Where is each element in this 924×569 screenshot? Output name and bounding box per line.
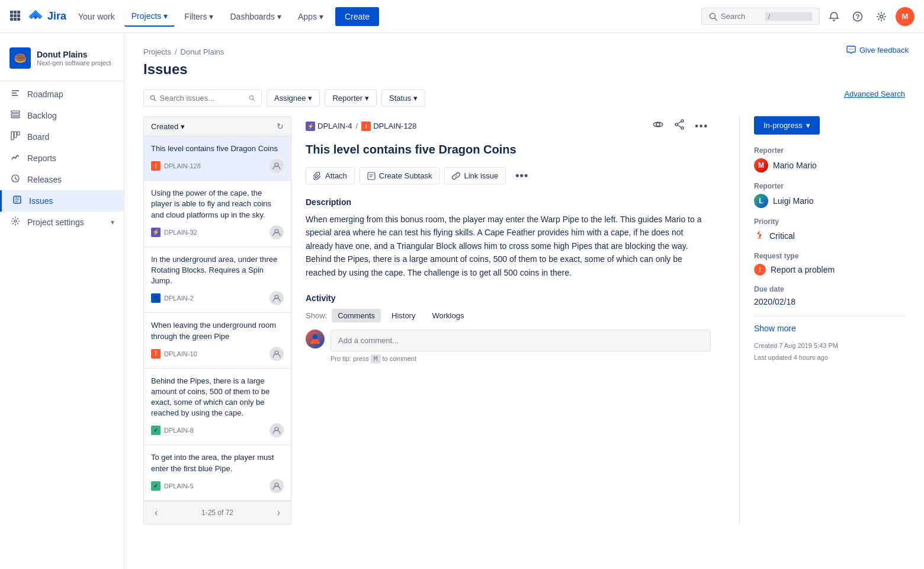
svg-point-25 bbox=[14, 220, 17, 222]
assignee-avatar bbox=[270, 225, 284, 239]
sidebar-item-label: Issues bbox=[29, 196, 53, 206]
grid-icon[interactable] bbox=[9, 10, 20, 23]
issue-type-icon: ✓ bbox=[151, 426, 161, 435]
chevron-down-icon: ▾ bbox=[319, 12, 323, 21]
issue-meta: ⚡ DPLAIN-32 bbox=[151, 225, 284, 239]
nav-your-work[interactable]: Your work bbox=[71, 7, 122, 26]
settings-button[interactable] bbox=[872, 7, 891, 26]
prev-page-button[interactable]: ‹ bbox=[151, 506, 161, 519]
sidebar-item-label: Releases bbox=[27, 175, 62, 184]
create-button[interactable]: Create bbox=[335, 7, 379, 26]
reporter1-value: M Mario Mario bbox=[754, 158, 905, 172]
issue-item[interactable]: When leaving the underground room throug… bbox=[144, 313, 291, 368]
breadcrumb-project-link[interactable]: Donut Plains bbox=[181, 47, 224, 56]
search-issues-box[interactable] bbox=[143, 89, 262, 107]
issue-type-icon: ⚡ bbox=[151, 228, 161, 237]
svg-line-29 bbox=[253, 99, 255, 101]
request-type-value: ! Report a problem bbox=[754, 264, 905, 276]
sidebar-item-reports[interactable]: Reports bbox=[0, 148, 124, 169]
comments-tab[interactable]: Comments bbox=[332, 309, 381, 322]
chevron-down-icon: ▾ bbox=[163, 11, 168, 21]
nav-filters[interactable]: Filters ▾ bbox=[177, 7, 220, 26]
search-submit-icon[interactable] bbox=[249, 94, 255, 102]
next-page-button[interactable]: › bbox=[274, 506, 284, 519]
nav-projects[interactable]: Projects ▾ bbox=[124, 7, 175, 27]
nav-dashboards[interactable]: Dashboards ▾ bbox=[223, 7, 288, 26]
share-button[interactable] bbox=[671, 116, 688, 136]
issue-item[interactable]: Using the power of the cape, the player … bbox=[144, 181, 291, 247]
sidebar-item-board[interactable]: Board bbox=[0, 126, 124, 148]
current-issue-link[interactable]: ! DPLAIN-128 bbox=[361, 122, 416, 131]
search-issues-input[interactable] bbox=[160, 94, 246, 103]
due-date-value: 2020/02/18 bbox=[754, 297, 905, 306]
search-box[interactable]: Search / bbox=[701, 8, 820, 25]
issue-item[interactable]: Behind the Pipes, there is a large amoun… bbox=[144, 369, 291, 446]
svg-rect-5 bbox=[17, 14, 20, 17]
status-filter[interactable]: Status ▾ bbox=[381, 89, 425, 107]
right-sidebar: In-progress ▾ Reporter M Mario Mario Rep… bbox=[739, 116, 905, 525]
watch-button[interactable] bbox=[650, 116, 666, 136]
chevron-down-icon: ▾ bbox=[806, 121, 810, 130]
link-issue-button[interactable]: Link issue bbox=[444, 167, 506, 184]
show-more-link[interactable]: Show more bbox=[754, 324, 796, 333]
project-header: 🍩 Donut Plains Next-gen software project bbox=[0, 43, 124, 78]
advanced-search-link[interactable]: Advanced Search bbox=[844, 89, 905, 98]
sidebar-item-roadmap[interactable]: Roadmap bbox=[0, 84, 124, 105]
svg-point-26 bbox=[150, 95, 155, 100]
project-name: Donut Plains bbox=[37, 50, 111, 59]
project-sub: Next-gen software project bbox=[37, 59, 111, 66]
parent-issue-link[interactable]: ⚡ DPLAIN-4 bbox=[306, 122, 352, 131]
description-section: Description When emerging from this bonu… bbox=[306, 197, 711, 279]
chevron-down-icon: ▾ bbox=[277, 12, 281, 21]
sidebar-item-label: Reports bbox=[27, 154, 56, 163]
sidebar-item-releases[interactable]: Releases bbox=[0, 169, 124, 190]
sidebar-item-project-settings[interactable]: Project settings ▾ bbox=[0, 212, 124, 233]
project-icon: 🍩 bbox=[9, 47, 31, 69]
issue-item[interactable]: In the underground area, under three Rot… bbox=[144, 247, 291, 314]
reporter-filter[interactable]: Reporter ▾ bbox=[325, 89, 377, 107]
svg-line-41 bbox=[678, 122, 681, 124]
reporter2-value: L Luigi Mario bbox=[754, 194, 905, 208]
roadmap-icon bbox=[9, 88, 21, 100]
issue-meta: ✓ DPLAIN-8 bbox=[151, 423, 284, 437]
issues-icon bbox=[11, 195, 23, 207]
issue-type-icon: ! bbox=[151, 161, 161, 171]
user-avatar[interactable]: M bbox=[896, 7, 915, 26]
meta-divider bbox=[754, 316, 905, 317]
status-button[interactable]: In-progress ▾ bbox=[754, 116, 820, 135]
issue-text: This level contains five Dragon Coins bbox=[151, 143, 284, 154]
issue-item[interactable]: This level contains five Dragon Coins ! … bbox=[144, 136, 291, 181]
toolbar-more-button[interactable]: ••• bbox=[511, 166, 533, 186]
attach-button[interactable]: Attach bbox=[306, 167, 355, 184]
updated-text: Last updated 4 hours ago bbox=[754, 352, 905, 364]
app-layout: 🍩 Donut Plains Next-gen software project… bbox=[0, 33, 924, 569]
refresh-icon[interactable]: ↻ bbox=[277, 122, 284, 131]
comment-input[interactable]: Add a comment... bbox=[331, 330, 711, 351]
issue-id-row: ⚡ DPLAIN-32 bbox=[151, 228, 197, 237]
sidebar-item-issues[interactable]: Issues bbox=[0, 190, 124, 212]
sort-button[interactable]: Created ▾ bbox=[151, 122, 185, 131]
issue-text: In the underground area, under three Rot… bbox=[151, 254, 284, 287]
help-button[interactable]: ? bbox=[848, 7, 867, 26]
sidebar-item-backlog[interactable]: Backlog bbox=[0, 105, 124, 126]
reporter2-label: Reporter bbox=[754, 182, 905, 190]
svg-point-45 bbox=[313, 334, 317, 339]
history-tab[interactable]: History bbox=[386, 309, 421, 322]
issue-list-panel: Created ▾ ↻ This level contains five Dra… bbox=[143, 116, 291, 525]
breadcrumb: Projects / Donut Plains bbox=[143, 47, 905, 56]
notifications-button[interactable] bbox=[824, 7, 843, 26]
breadcrumb-projects-link[interactable]: Projects bbox=[143, 47, 171, 56]
create-subtask-button[interactable]: Create Subtask bbox=[360, 167, 440, 184]
assignee-filter[interactable]: Assignee ▾ bbox=[267, 89, 320, 107]
give-feedback-button[interactable]: Give feedback bbox=[840, 41, 915, 58]
jira-logo[interactable]: Jira bbox=[27, 8, 66, 25]
more-options-button[interactable]: ••• bbox=[692, 119, 711, 134]
svg-rect-3 bbox=[10, 14, 13, 17]
sidebar-item-label: Board bbox=[27, 132, 49, 142]
svg-rect-17 bbox=[11, 111, 20, 113]
issue-item[interactable]: To get into the area, the player must en… bbox=[144, 445, 291, 500]
worklogs-tab[interactable]: Worklogs bbox=[426, 309, 470, 322]
nav-apps[interactable]: Apps ▾ bbox=[291, 7, 331, 26]
project-settings-icon bbox=[9, 216, 21, 228]
due-date-section: Due date 2020/02/18 bbox=[754, 285, 905, 306]
